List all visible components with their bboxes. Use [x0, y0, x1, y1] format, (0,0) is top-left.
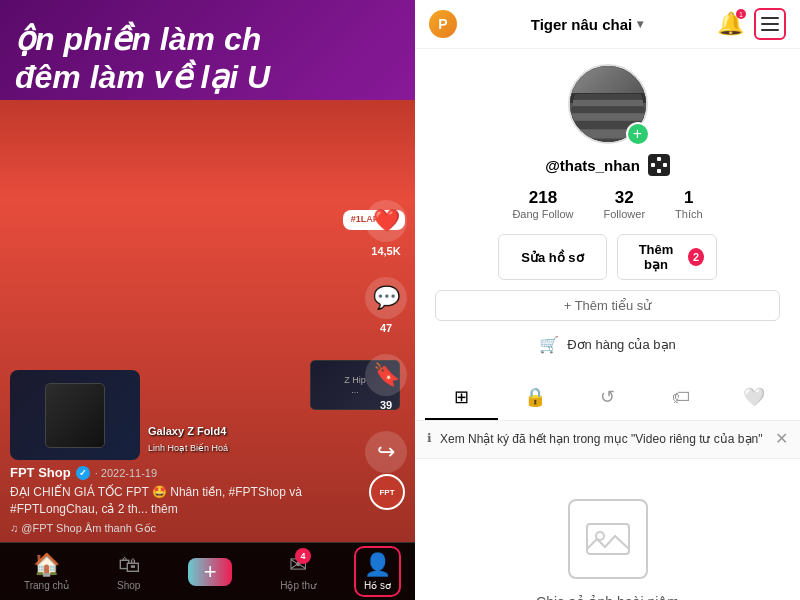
plus-icon: +: [204, 559, 217, 585]
add-bio-button[interactable]: + Thêm tiểu sử: [435, 290, 780, 321]
p-badge: P: [429, 10, 457, 38]
nav-add[interactable]: +: [178, 553, 242, 591]
like-button[interactable]: ❤️ 14,5K: [365, 200, 407, 257]
svg-rect-0: [587, 524, 629, 554]
action-buttons: Sửa hồ sơ Thêm bạn 2: [498, 234, 716, 280]
cart-icon: 🛒: [539, 335, 559, 354]
creator-avatar: FPT: [369, 474, 405, 510]
menu-button[interactable]: [754, 8, 786, 40]
video-panel: ộn phiền làm ch đêm làm về lại U #1LAPTO…: [0, 0, 415, 600]
bookmark-button[interactable]: 🔖 39: [365, 354, 407, 411]
profile-content: + @thats_nhan: [415, 49, 800, 600]
tab-repost[interactable]: ↺: [571, 376, 644, 420]
friend-request-badge: 2: [688, 248, 703, 266]
following-stat[interactable]: 218 Đang Follow: [512, 188, 573, 220]
tab-private[interactable]: 🔒: [498, 376, 571, 420]
nav-home[interactable]: 🏠 Trang chủ: [14, 547, 79, 596]
nav-inbox[interactable]: ✉ 4 Hộp thư: [270, 547, 326, 596]
video-description: ĐẠI CHIẾN GIÁ TỐC FPT 🤩 Nhân tiền, #FPTS…: [10, 484, 355, 518]
repost-icon: ↺: [600, 386, 615, 408]
add-friend-button[interactable]: Thêm bạn 2: [617, 234, 717, 280]
profile-panel: P Tiger nâu chai ▾ 🔔 1: [415, 0, 800, 600]
qr-code-button[interactable]: [648, 154, 670, 176]
comment-button[interactable]: 💬 47: [365, 277, 407, 334]
tag-icon: 🏷: [672, 387, 690, 408]
menu-line-2: [761, 23, 779, 25]
video-info: FPT Shop ✓ · 2022-11-19 ĐẠI CHIẾN GIÁ TỐ…: [10, 465, 355, 535]
notification-button[interactable]: 🔔 1: [717, 11, 744, 37]
notice-close-button[interactable]: ✕: [775, 431, 788, 447]
stats-row: 218 Đang Follow 32 Follower 1 Thích: [512, 188, 702, 220]
lock-icon: 🔒: [524, 386, 546, 408]
notice-banner: ℹ Xem Nhật ký đã hết hạn trong mục "Vide…: [415, 421, 800, 459]
tab-videos[interactable]: ⊞: [425, 376, 498, 420]
edit-profile-button[interactable]: Sửa hồ sơ: [498, 234, 606, 280]
shop-icon: 🛍: [118, 552, 140, 578]
chevron-down-icon: ▾: [637, 17, 643, 31]
profile-icon: 👤: [364, 552, 391, 578]
verified-icon: ✓: [76, 466, 90, 480]
avatar-container: +: [568, 64, 648, 144]
heart-icon: 🤍: [743, 386, 765, 408]
bottom-navigation: 🏠 Trang chủ 🛍 Shop + ✉ 4 Hộp thư 👤 Hồ sơ: [0, 542, 415, 600]
creator-name: FPT Shop ✓ · 2022-11-19: [10, 465, 355, 480]
orders-row[interactable]: 🛒 Đơn hàng của bạn: [531, 329, 684, 360]
profile-header: P Tiger nâu chai ▾ 🔔 1: [415, 0, 800, 49]
add-avatar-button[interactable]: +: [626, 122, 650, 146]
user-handle: @thats_nhan: [545, 157, 640, 174]
photo-placeholder-icon: [568, 499, 648, 579]
menu-line-1: [761, 17, 779, 19]
tab-tagged[interactable]: 🏷: [644, 376, 717, 420]
username-dropdown[interactable]: Tiger nâu chai ▾: [531, 16, 643, 33]
followers-stat[interactable]: 32 Follower: [604, 188, 646, 220]
add-button[interactable]: +: [188, 558, 232, 586]
tab-liked[interactable]: 🤍: [717, 376, 790, 420]
grid-icon: ⊞: [454, 386, 469, 408]
profile-tabs: ⊞ 🔒 ↺ 🏷 🤍: [415, 376, 800, 421]
video-actions: ❤️ 14,5K 💬 47 🔖 39 ↪ 45: [365, 200, 407, 488]
handle-row: @thats_nhan: [545, 154, 670, 176]
info-icon: ℹ: [427, 431, 432, 445]
menu-line-3: [761, 29, 779, 31]
memory-label: Chia sẻ ảnh hoài niệm: [536, 594, 679, 600]
nav-shop[interactable]: 🛍 Shop: [107, 547, 150, 596]
likes-stat[interactable]: 1 Thích: [675, 188, 703, 220]
notification-badge: 1: [736, 9, 746, 19]
home-icon: 🏠: [33, 552, 60, 578]
nav-profile[interactable]: 👤 Hồ sơ: [354, 546, 401, 597]
header-actions: 🔔 1: [717, 8, 786, 40]
memory-section: Chia sẻ ảnh hoài niệm Tải lên: [415, 459, 800, 600]
profile-info-section: + @thats_nhan: [415, 49, 800, 376]
music-info: ♫ @FPT Shop Âm thanh Gốc: [10, 522, 355, 535]
